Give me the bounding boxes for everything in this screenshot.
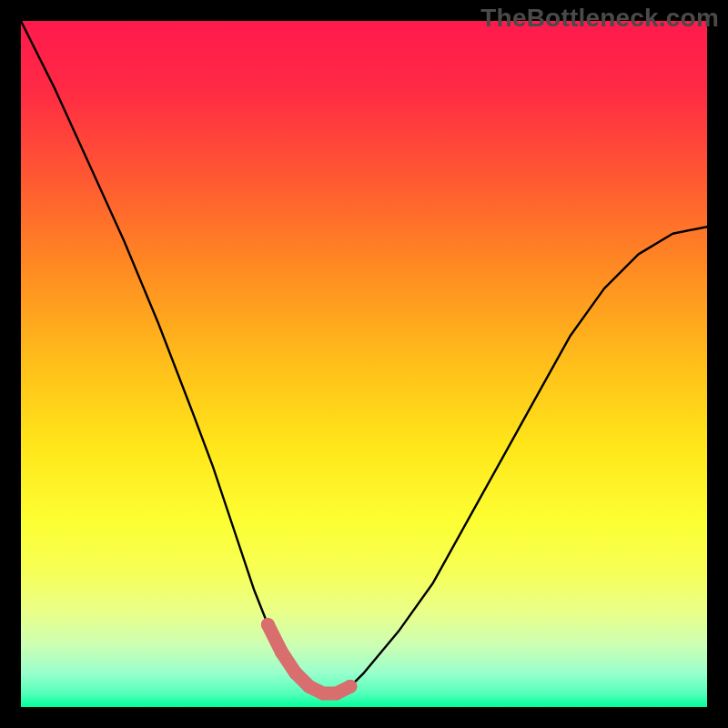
- chart-svg: [21, 21, 707, 707]
- trough-marker-dot: [275, 645, 288, 659]
- trough-marker-dot: [288, 666, 302, 680]
- chart-background-gradient: [21, 21, 707, 707]
- bottleneck-chart: [21, 21, 707, 707]
- trough-marker-dot: [261, 618, 275, 632]
- trough-marker-dot: [329, 686, 343, 700]
- trough-marker-dot: [343, 680, 357, 693]
- chart-stage: TheBottleneck.com: [0, 0, 728, 728]
- watermark-text: TheBottleneck.com: [480, 4, 719, 33]
- trough-marker-dot: [316, 686, 329, 700]
- trough-marker-dot: [302, 680, 316, 693]
